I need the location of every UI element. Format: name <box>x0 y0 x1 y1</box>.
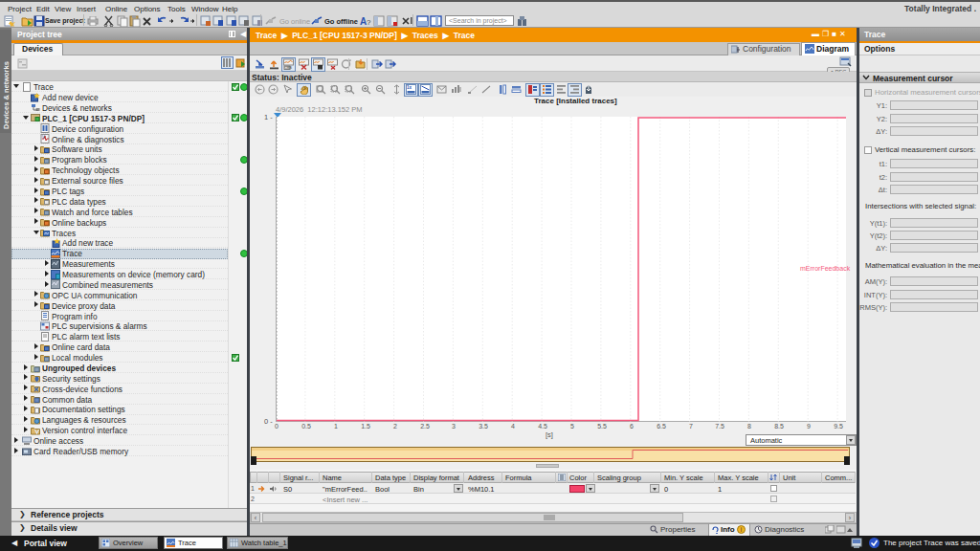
svg-text:1x: 1x <box>407 85 412 90</box>
svg-text:OBS: OBS <box>284 66 292 70</box>
svg-text:V: V <box>42 135 45 140</box>
svg-text:?: ? <box>367 18 371 27</box>
